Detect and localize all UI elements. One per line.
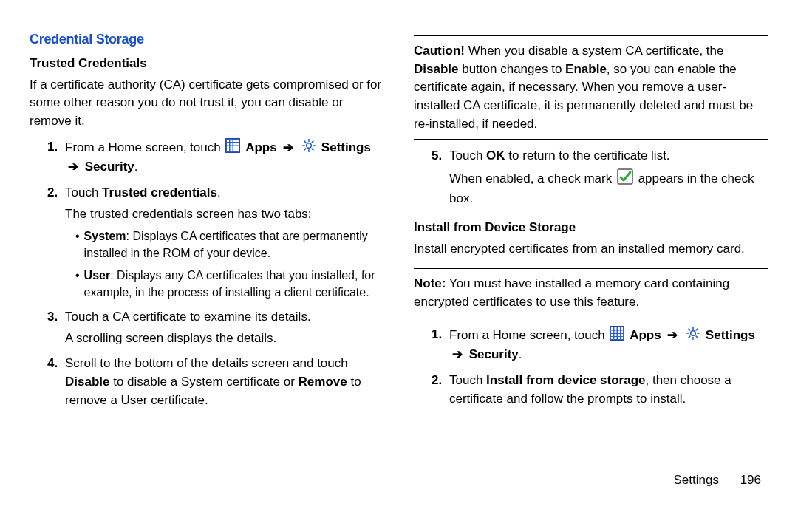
step5-prefix: Touch bbox=[449, 149, 486, 163]
step5-extra: When enabled, a check mark appears in th… bbox=[449, 168, 768, 208]
svg-rect-28 bbox=[611, 334, 613, 336]
note-text: You must have installed a memory card co… bbox=[414, 276, 729, 309]
step2-extra: The trusted credentials screen has two t… bbox=[65, 205, 384, 224]
steps-left: 1. From a Home screen, touch Apps ➔ Sett… bbox=[30, 138, 384, 410]
settings-label: Settings bbox=[706, 328, 755, 342]
section-title: Credential Storage bbox=[30, 30, 384, 49]
install-intro: Install encrypted certificates from an i… bbox=[414, 240, 768, 259]
svg-rect-16 bbox=[236, 149, 239, 151]
svg-rect-25 bbox=[615, 330, 617, 332]
step-number: 1. bbox=[432, 326, 449, 364]
gear-icon bbox=[301, 138, 316, 159]
divider bbox=[414, 318, 768, 318]
apps-grid-icon bbox=[225, 138, 240, 159]
step-content: From a Home screen, touch Apps ➔ Setting… bbox=[449, 326, 768, 364]
svg-rect-34 bbox=[618, 337, 620, 339]
r-step-2: 2. Touch Install from device storage, th… bbox=[432, 372, 768, 408]
arrow-icon: ➔ bbox=[283, 140, 293, 154]
step4-b1: Disable bbox=[65, 375, 109, 389]
step-2: 2. Touch Trusted credentials. The truste… bbox=[47, 184, 384, 301]
apps-label: Apps bbox=[630, 328, 661, 342]
step3-extra: A scrolling screen displays the details. bbox=[65, 330, 384, 348]
svg-rect-27 bbox=[621, 330, 623, 332]
bullet2-text: : Displays any CA certificates that you … bbox=[84, 269, 375, 299]
left-column: Credential Storage Trusted Credentials I… bbox=[30, 30, 384, 466]
svg-point-36 bbox=[691, 330, 696, 335]
settings-label: Settings bbox=[321, 140, 371, 154]
step-number: 5. bbox=[432, 147, 449, 208]
step4-mid: to disable a System certificate or bbox=[109, 375, 298, 389]
svg-rect-14 bbox=[231, 149, 233, 151]
svg-rect-9 bbox=[227, 146, 229, 149]
step-content: Touch Trusted credentials. The trusted c… bbox=[65, 184, 384, 301]
bullet-system: • System: Displays CA certificates that … bbox=[75, 228, 384, 262]
step-content: Touch OK to return to the certificate li… bbox=[449, 147, 768, 208]
svg-point-17 bbox=[307, 143, 312, 148]
arrow-icon: ➔ bbox=[68, 160, 78, 174]
svg-rect-4 bbox=[236, 140, 239, 142]
step-content: Touch a CA certificate to examine its de… bbox=[65, 308, 384, 347]
bullet2-bold: User bbox=[84, 269, 111, 282]
step-content: Scroll to the bottom of the details scre… bbox=[65, 355, 384, 409]
bullet1-text: : Displays CA certificates that are perm… bbox=[84, 230, 368, 259]
step3-text: Touch a CA certificate to examine its de… bbox=[65, 310, 311, 324]
arrow-icon: ➔ bbox=[667, 328, 678, 342]
note-block: Note: You must have installed a memory c… bbox=[414, 275, 768, 311]
svg-rect-5 bbox=[227, 143, 229, 145]
gear-icon bbox=[686, 326, 700, 347]
step5-suffix: to return to the certificate list. bbox=[505, 149, 670, 163]
apps-grid-icon bbox=[610, 326, 624, 347]
security-label: Security bbox=[85, 160, 134, 174]
trusted-credentials-intro: If a certificate authority (CA) certific… bbox=[30, 76, 384, 131]
divider bbox=[414, 139, 768, 140]
trusted-credentials-heading: Trusted Credentials bbox=[30, 55, 384, 73]
security-label: Security bbox=[469, 347, 519, 361]
svg-rect-31 bbox=[621, 334, 623, 336]
caution-b1: Disable bbox=[414, 62, 458, 76]
svg-rect-2 bbox=[231, 140, 233, 142]
svg-rect-6 bbox=[231, 143, 233, 145]
steps-right-bottom: 1. From a Home screen, touch Apps ➔ Sett… bbox=[414, 326, 768, 409]
step4-b2: Remove bbox=[299, 375, 347, 389]
step-3: 3. Touch a CA certificate to examine its… bbox=[47, 308, 384, 347]
svg-rect-1 bbox=[227, 140, 229, 142]
step2-prefix: Touch bbox=[65, 185, 102, 200]
svg-rect-32 bbox=[611, 337, 613, 339]
divider bbox=[414, 268, 768, 269]
step-content: Touch Install from device storage, then … bbox=[449, 372, 768, 408]
svg-rect-15 bbox=[233, 149, 236, 151]
svg-rect-8 bbox=[236, 143, 239, 145]
svg-rect-3 bbox=[233, 140, 236, 142]
r-step1-prefix: From a Home screen, touch bbox=[449, 328, 608, 342]
bullet1-bold: System bbox=[84, 230, 126, 242]
step-number: 2. bbox=[47, 184, 65, 301]
svg-rect-22 bbox=[618, 327, 620, 330]
step-number: 3. bbox=[47, 308, 65, 347]
svg-rect-13 bbox=[227, 149, 229, 151]
steps-right-top: 5. Touch OK to return to the certificate… bbox=[414, 147, 768, 208]
step2-bold: Trusted credentials bbox=[102, 185, 217, 200]
note-bold: Note: bbox=[414, 276, 446, 290]
svg-rect-11 bbox=[233, 146, 236, 149]
svg-rect-33 bbox=[615, 337, 617, 339]
step5-bold: OK bbox=[486, 149, 505, 163]
step-number: 2. bbox=[432, 372, 449, 408]
arrow-icon: ➔ bbox=[452, 347, 463, 361]
footer-page: 196 bbox=[740, 473, 761, 487]
caution-block: Caution! When you disable a system CA ce… bbox=[414, 42, 768, 133]
svg-rect-26 bbox=[618, 330, 620, 332]
step4-p1: Scroll to the bottom of the details scre… bbox=[65, 356, 348, 370]
svg-rect-30 bbox=[618, 334, 620, 336]
step1-prefix: From a Home screen, touch bbox=[65, 140, 224, 154]
divider bbox=[414, 35, 768, 36]
step-1: 1. From a Home screen, touch Apps ➔ Sett… bbox=[47, 138, 384, 177]
caution-bold: Caution! bbox=[414, 44, 465, 58]
svg-rect-29 bbox=[615, 334, 617, 336]
svg-rect-35 bbox=[621, 337, 623, 339]
install-heading: Install from Device Storage bbox=[414, 219, 768, 237]
step2-period: . bbox=[217, 185, 221, 200]
page-container: Credential Storage Trusted Credentials I… bbox=[0, 0, 798, 473]
caution-t2: button changes to bbox=[458, 62, 565, 76]
svg-rect-7 bbox=[233, 143, 236, 145]
r-step2-bold: Install from device storage bbox=[486, 373, 645, 387]
